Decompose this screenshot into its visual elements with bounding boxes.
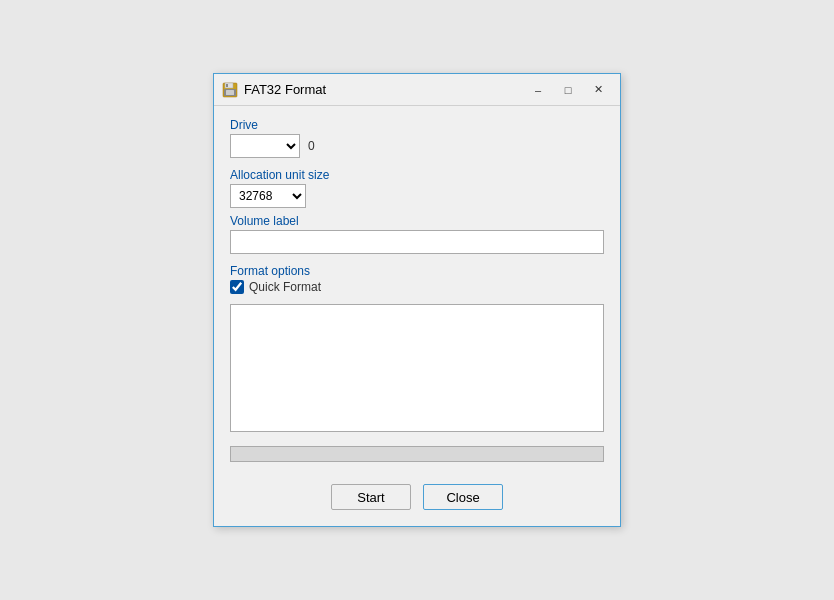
allocation-section: Allocation unit size 32768 512 1024 2048… [230,168,604,208]
volume-input[interactable] [230,230,604,254]
volume-section: Volume label [230,214,604,254]
volume-label: Volume label [230,214,604,228]
window-content: Drive 0 Allocation unit size 32768 512 1… [214,106,620,526]
title-bar: FAT32 Format – □ ✕ [214,74,620,106]
floppy-icon [222,82,238,98]
quick-format-row: Quick Format [230,280,604,294]
minimize-button[interactable]: – [524,80,552,100]
format-options-section: Format options Quick Format [230,260,604,298]
quick-format-label[interactable]: Quick Format [249,280,321,294]
drive-size: 0 [308,139,315,153]
button-row: Start Close [230,484,604,510]
allocation-label: Allocation unit size [230,168,604,182]
drive-section: Drive 0 [230,118,604,162]
format-options-label: Format options [230,264,604,278]
maximize-button[interactable]: □ [554,80,582,100]
title-bar-controls: – □ ✕ [524,80,612,100]
svg-rect-4 [226,90,234,95]
allocation-select[interactable]: 32768 512 1024 2048 4096 8192 16384 6553… [230,184,306,208]
drive-row: 0 [230,134,604,158]
drive-select[interactable] [230,134,300,158]
progress-bar-container [230,446,604,462]
quick-format-checkbox[interactable] [230,280,244,294]
fat32-format-window: FAT32 Format – □ ✕ Drive 0 Allocation un… [213,73,621,527]
close-button[interactable]: Close [423,484,503,510]
drive-label: Drive [230,118,604,132]
output-area[interactable] [230,304,604,432]
close-window-button[interactable]: ✕ [584,80,612,100]
window-title: FAT32 Format [244,82,524,97]
svg-rect-2 [226,84,228,87]
start-button[interactable]: Start [331,484,411,510]
